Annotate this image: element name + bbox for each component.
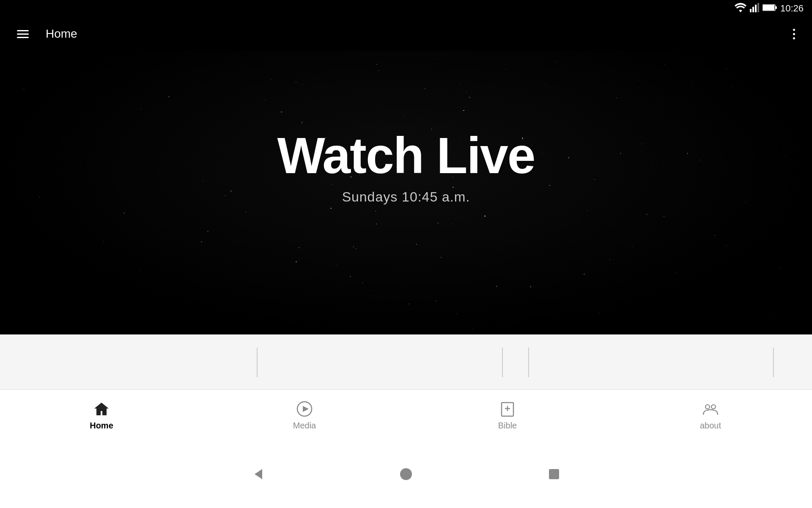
nav-item-media[interactable]: Media [203,390,406,440]
svg-rect-5 [763,5,774,10]
nav-item-about[interactable]: about [609,390,812,440]
home-button[interactable] [395,464,417,485]
svg-marker-9 [303,406,309,412]
more-options-button[interactable] [789,25,799,44]
nav-item-bible[interactable]: Bible [406,390,609,440]
strip-item-4 [529,345,773,379]
svg-rect-1 [752,7,754,12]
nav-item-home[interactable]: Home [0,390,203,440]
bottom-nav: Home Media Bible [0,389,812,440]
nav-label-bible: Bible [498,421,517,431]
nav-label-home: Home [90,421,113,431]
svg-rect-2 [755,5,757,12]
signal-icon [750,3,759,14]
strip-item-1 [13,345,257,379]
app-bar: Home [0,17,812,51]
battery-icon [763,4,777,13]
back-button[interactable] [247,464,269,485]
hamburger-menu-button[interactable] [13,26,33,42]
svg-rect-3 [757,3,759,12]
svg-point-15 [711,405,716,409]
status-bar: 10:26 [0,0,812,17]
home-icon [92,400,111,418]
svg-point-17 [400,468,412,480]
svg-point-14 [705,405,710,409]
svg-rect-18 [549,469,559,479]
hero-title: Watch Live [277,130,535,181]
strip-item-5 [774,345,799,379]
status-time: 10:26 [780,3,804,14]
strip-item-3 [503,345,528,379]
strip-item-2 [258,345,502,379]
svg-rect-6 [775,6,777,9]
page-title: Home [46,27,789,41]
system-nav [0,440,812,508]
bible-icon [498,400,517,418]
about-icon [701,400,720,418]
content-strip [0,334,812,389]
nav-label-about: about [700,421,721,431]
wifi-icon [735,3,746,14]
media-icon [295,400,314,418]
nav-label-media: Media [293,421,316,431]
svg-marker-16 [255,469,262,479]
hero-subtitle: Sundays 10:45 a.m. [277,189,535,205]
recent-apps-button[interactable] [543,464,565,485]
hero-content: Watch Live Sundays 10:45 a.m. [277,130,535,205]
svg-rect-0 [750,9,752,12]
